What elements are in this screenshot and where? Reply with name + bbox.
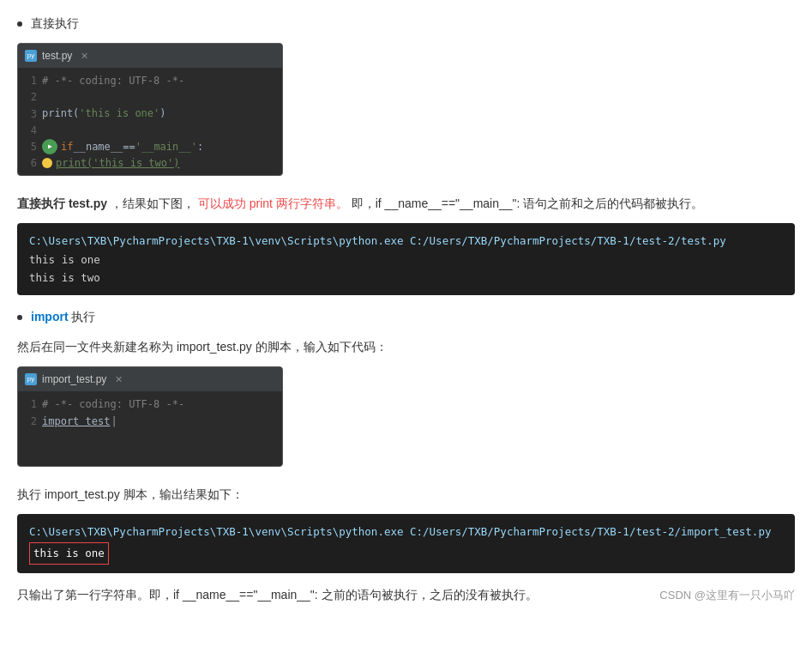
file-icon-2: py	[25, 373, 37, 385]
code-line-1-6: print('this is two')	[42, 155, 282, 172]
terminal-1: C:\Users\TXB\PycharmProjects\TXB-1\venv\…	[17, 223, 795, 295]
para1-bold: 直接执行 test.py	[17, 196, 107, 210]
bullet-dot	[17, 21, 22, 27]
dunder-name: __name__	[73, 139, 123, 155]
print-func-1: print(	[42, 106, 79, 122]
code-line-1-1: # -*- coding: UTF-8 -*-	[42, 73, 282, 89]
editor-import-test-py: py import_test.py ✕ 1 2 # -*- coding: UT…	[17, 366, 283, 467]
terminal-path-2: C:\Users\TXB\PycharmProjects\TXB-1\venv\…	[29, 523, 783, 541]
bullet-import: import 执行	[17, 307, 795, 328]
code-content-2: # -*- coding: UTF-8 -*- import test |	[42, 395, 282, 462]
watermark: CSDN @这里有一只小马吖	[659, 586, 795, 605]
code-line-2-3	[42, 430, 282, 446]
run-arrow-icon	[42, 139, 57, 154]
code-line-2-2: import test |	[42, 414, 282, 430]
if-keyword: if	[61, 139, 73, 155]
print-this-is-two: print('this is two')	[56, 155, 180, 172]
para-direct-result: 直接执行 test.py ，结果如下图， 可以成功 print 两行字符串。 即…	[17, 193, 795, 215]
code-content-1: # -*- coding: UTF-8 -*- print('this is o…	[42, 71, 282, 172]
file-name-1: test.py	[42, 47, 72, 64]
editor-test-py: py test.py ✕ 1 2 3 4 5 6 # -*- coding: U…	[17, 43, 283, 177]
import-test-line: import test	[42, 414, 110, 430]
footer-line: 只输出了第一行字符串。即，if __name__=="__main__": 之前…	[17, 585, 795, 606]
editor-body-2: 1 2 # -*- coding: UTF-8 -*- import test …	[18, 391, 282, 466]
editor-titlebar-1: py test.py ✕	[18, 44, 282, 68]
import-keyword: import	[31, 310, 69, 323]
section-direct-exec: 直接执行 py test.py ✕ 1 2 3 4 5 6 # -*- codi…	[17, 14, 795, 295]
file-icon-1: py	[25, 50, 37, 62]
para-import-run: 执行 import_test.py 脚本，输出结果如下：	[17, 484, 795, 505]
code-line-2-1: # -*- coding: UTF-8 -*-	[42, 396, 282, 413]
bullet-dot-2	[17, 315, 22, 320]
breakpoint-icon	[42, 158, 52, 168]
code-line-1-2	[42, 89, 282, 106]
terminal-out-1-1: this is one	[29, 251, 783, 269]
para1-comma: ，结果如下图，	[111, 196, 195, 210]
colon: :	[197, 139, 203, 155]
editor-titlebar-2: py import_test.py ✕	[18, 367, 282, 391]
comment-1: # -*- coding: UTF-8 -*-	[42, 73, 184, 89]
str-this-is-one: 'this is one'	[79, 106, 159, 122]
para1-rest: 即，if __name__=="__main__": 语句之前和之后的代码都被执…	[352, 196, 704, 210]
terminal-path-1: C:\Users\TXB\PycharmProjects\TXB-1\venv\…	[29, 232, 783, 250]
para-conclusion: 只输出了第一行字符串。即，if __name__=="__main__": 之前…	[17, 585, 538, 606]
line-numbers-2: 1 2	[18, 395, 42, 462]
line-numbers-1: 1 2 3 4 5 6	[18, 71, 42, 172]
code-line-2-4	[42, 446, 282, 462]
terminal-out-2-highlighted: this is one	[29, 541, 783, 564]
import-suffix: 执行	[71, 310, 95, 323]
highlighted-this-is-one: this is one	[29, 542, 109, 564]
code-line-1-3: print('this is one')	[42, 106, 282, 122]
section-import-exec: import 执行 然后在同一文件夹新建名称为 import_test.py 的…	[17, 307, 795, 605]
dunder-main: '__main__'	[135, 139, 197, 155]
terminal-2: C:\Users\TXB\PycharmProjects\TXB-1\venv\…	[17, 514, 795, 573]
print-close-1: )	[159, 106, 165, 122]
close-tab-2[interactable]: ✕	[115, 372, 123, 388]
terminal-out-1-2: this is two	[29, 269, 783, 287]
para1-blue: 可以成功 print 两行字符串。	[198, 196, 348, 210]
bullet-direct-label: 直接执行	[31, 14, 79, 34]
editor-body-1: 1 2 3 4 5 6 # -*- coding: UTF-8 -*- prin…	[18, 68, 282, 175]
bullet-import-label: import 执行	[31, 307, 95, 328]
cursor: |	[111, 414, 117, 430]
code-line-1-4	[42, 123, 282, 139]
bullet-direct: 直接执行	[17, 14, 795, 34]
para-import-desc: 然后在同一文件夹新建名称为 import_test.py 的脚本，输入如下代码：	[17, 336, 795, 358]
file-name-2: import_test.py	[42, 371, 106, 388]
close-tab-1[interactable]: ✕	[81, 48, 88, 64]
code-line-1-5: if __name__ == '__main__' :	[42, 139, 282, 155]
comment-2: # -*- coding: UTF-8 -*-	[42, 396, 184, 413]
eq-op: ==	[123, 139, 135, 155]
